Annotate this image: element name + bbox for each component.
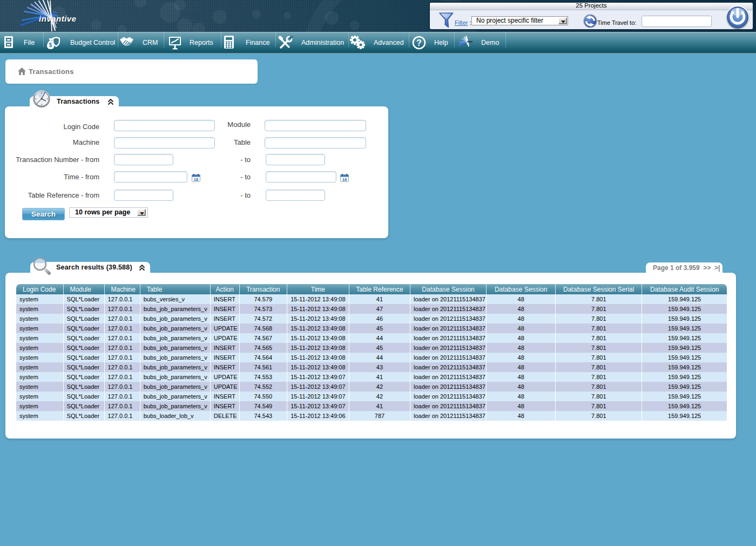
svg-text:$: $: [49, 42, 52, 48]
svg-text:18: 18: [342, 177, 347, 182]
svg-text:?: ?: [416, 38, 422, 48]
